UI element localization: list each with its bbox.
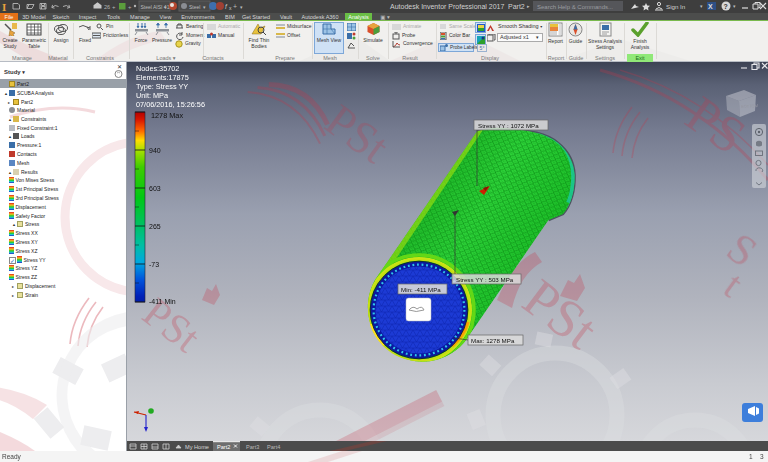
svg-text:X: X [708, 3, 713, 10]
svg-text:Part4: Part4 [267, 444, 280, 450]
svg-text:26: 26 [104, 4, 110, 10]
svg-text:?: ? [724, 3, 728, 10]
svg-text:Unit: MPa: Unit: MPa [136, 91, 169, 100]
svg-text:Part2: Part2 [217, 444, 230, 450]
svg-text:Steel: Steel [189, 4, 200, 10]
svg-text:Nodes:35702: Nodes:35702 [136, 64, 179, 73]
svg-text:Part3: Part3 [246, 444, 259, 450]
svg-text:Steel AISI 413: Steel AISI 413 [141, 4, 173, 10]
svg-text:Type: Stress YY: Type: Stress YY [136, 82, 188, 91]
svg-text:Sign In: Sign In [666, 3, 686, 10]
svg-text:Autodesk Inventor Professional: Autodesk Inventor Professional 2017 [390, 3, 505, 10]
svg-text:+: + [233, 3, 237, 10]
svg-text:Max: 1278 MPa: Max: 1278 MPa [471, 337, 515, 344]
svg-text:265: 265 [149, 223, 161, 230]
svg-text:Stress YY : 503 MPa: Stress YY : 503 MPa [456, 276, 514, 283]
svg-text:-411 Min: -411 Min [149, 298, 176, 305]
svg-text:Part2: Part2 [508, 3, 525, 10]
svg-text:My Home: My Home [185, 444, 209, 450]
svg-text:Min: -411 MPa: Min: -411 MPa [401, 286, 441, 293]
svg-text:940: 940 [149, 147, 161, 154]
svg-text:603: 603 [149, 185, 161, 192]
svg-text:07/06/2016, 15:26:56: 07/06/2016, 15:26:56 [136, 100, 205, 109]
svg-text:Stress YY : 1072 MPa: Stress YY : 1072 MPa [478, 122, 539, 129]
svg-text:Search Help & Commands...: Search Help & Commands... [537, 4, 613, 10]
svg-text:+: + [112, 4, 116, 10]
svg-text:+: + [128, 4, 132, 10]
svg-text:I: I [2, 1, 6, 13]
svg-text:Elements:17875: Elements:17875 [136, 73, 189, 82]
svg-text:BOTTOM: BOTTOM [741, 103, 758, 109]
svg-text:1278 Max: 1278 Max [151, 111, 183, 120]
svg-text:-73: -73 [149, 261, 159, 268]
